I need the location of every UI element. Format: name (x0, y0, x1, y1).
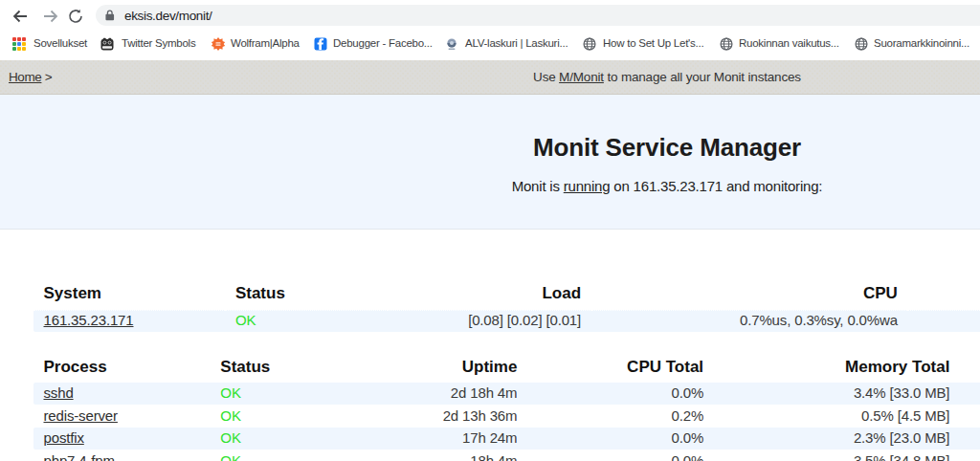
process-row: postfix OK 17h 24m 0.0% 2.3% [23.0 MB] (33, 428, 980, 450)
spacer-cell (960, 357, 980, 383)
process-status: OK (211, 405, 373, 427)
col-header-cpu: CPU (591, 283, 908, 311)
monitoring-summary: Monit is running on 161.35.23.171 and mo… (0, 178, 980, 194)
bookmark-alv-laskuri[interactable]: ALV-laskuri | Laskuri... (465, 33, 568, 60)
alv-laskuri-icon[interactable] (445, 37, 458, 51)
process-memory-total: 3.4% [33.0 MB] (714, 383, 960, 405)
bookmark-wolfram-alpha[interactable]: Wolfram|Alpha (231, 33, 300, 60)
process-memory-total: 2.3% [23.0 MB] (714, 428, 960, 450)
process-uptime: 18h 4m (373, 450, 527, 461)
spacer-cell (907, 283, 980, 311)
process-cpu-total: 0.2% (527, 405, 714, 427)
process-link[interactable]: redis-server (44, 407, 118, 424)
system-header-row: System Status Load CPU (33, 283, 980, 311)
lock-icon (105, 10, 115, 21)
col-header-system: System (33, 283, 225, 311)
process-row: redis-server OK 2d 13h 36m 0.2% 0.5% [4.… (33, 405, 980, 427)
url-bar[interactable] (96, 5, 980, 26)
process-memory-total: 3.5% [34.8 MB] (714, 450, 960, 461)
running-link[interactable]: running (564, 178, 611, 194)
forward-button[interactable] (37, 0, 64, 33)
monit-page: Home > Use M/Monit to manage all your Mo… (0, 60, 980, 461)
process-uptime: 2d 18h 4m (373, 383, 527, 405)
col-header-status: Status (211, 357, 373, 383)
spacer-cell (960, 450, 980, 461)
process-header-row: Process Status Uptime CPU Total Memory T… (33, 357, 980, 383)
spacer-cell (960, 405, 980, 427)
page-title: Monit Service Manager (0, 95, 980, 163)
process-table: Process Status Uptime CPU Total Memory T… (33, 357, 980, 461)
breadcrumb-bar: Home > Use M/Monit to manage all your Mo… (0, 60, 980, 95)
bookmark-ruokinnan[interactable]: Ruokinnan vaikutus... (739, 33, 839, 60)
url-text[interactable]: eksis.dev/monit/ (124, 0, 212, 33)
process-status: OK (211, 428, 373, 450)
bookmark-suoramarkkinointi[interactable]: Suoramarkkinoinni... (874, 33, 969, 60)
process-cpu-total: 0.0% (527, 450, 714, 461)
spacer-cell (960, 428, 980, 450)
process-row: sshd OK 2d 18h 4m 0.0% 3.4% [33.0 MB] (33, 383, 980, 405)
col-header-status: Status (225, 283, 388, 311)
back-button[interactable] (7, 0, 33, 33)
browser-toolbar: eksis.dev/monit/ (0, 0, 980, 33)
system-status: OK (225, 310, 388, 331)
bookmark-how-to-set-up[interactable]: How to Set Up Let's... (603, 33, 703, 60)
col-header-process: Process (33, 357, 211, 383)
system-row: 161.35.23.171 OK [0.08] [0.02] [0.01] 0.… (33, 310, 980, 331)
hero-section: Monit Service Manager Monit is running o… (0, 95, 980, 230)
col-header-load: Load (388, 283, 590, 311)
globe-icon[interactable] (720, 37, 733, 51)
system-cpu: 0.7%us, 0.3%sy, 0.0%wa (591, 310, 908, 331)
col-header-memory-total: Memory Total (714, 357, 960, 383)
bookmark-debugger-facebook[interactable]: Debugger - Facebo... (333, 33, 433, 60)
facebook-icon[interactable] (314, 37, 327, 51)
system-table: System Status Load CPU 161.35.23.171 OK … (33, 283, 980, 332)
wolfram-alpha-icon[interactable] (212, 37, 225, 51)
process-link[interactable]: php7.4-fpm (44, 452, 115, 461)
process-row: php7.4-fpm OK 18h 4m 0.0% 3.5% [34.8 MB] (33, 450, 980, 461)
process-cpu-total: 0.0% (527, 383, 714, 405)
reload-icon (68, 9, 84, 25)
bookmark-sovellukset[interactable]: Sovellukset (33, 33, 87, 60)
forward-icon (42, 8, 59, 25)
mmonit-note: Use M/Monit to manage all your Monit ins… (0, 60, 980, 94)
process-uptime: 17h 24m (373, 428, 527, 450)
process-status: OK (211, 383, 373, 405)
col-header-uptime: Uptime (373, 357, 527, 383)
globe-icon[interactable] (583, 37, 596, 51)
process-cpu-total: 0.0% (527, 428, 714, 450)
globe-icon[interactable] (855, 37, 868, 51)
process-uptime: 2d 13h 36m (373, 405, 527, 427)
process-memory-total: 0.5% [4.5 MB] (714, 405, 960, 427)
spacer-cell (960, 383, 980, 405)
back-icon (11, 8, 29, 25)
system-host-link[interactable]: 161.35.23.171 (44, 312, 134, 328)
bookmark-twitter-symbols[interactable]: Twitter Symbols (122, 33, 195, 60)
bookmarks-bar: Sovellukset Twitter Symbols Wolfram|Alph… (0, 33, 980, 60)
process-link[interactable]: sshd (44, 384, 74, 401)
process-link[interactable]: postfix (44, 429, 84, 446)
process-status: OK (211, 450, 373, 461)
reload-button[interactable] (62, 0, 89, 33)
col-header-cpu-total: CPU Total (527, 357, 714, 383)
apps-grid-icon[interactable] (12, 37, 26, 51)
spacer-cell (907, 310, 980, 331)
system-load: [0.08] [0.02] [0.01] (388, 310, 590, 331)
mmonit-link[interactable]: M/Monit (559, 70, 604, 84)
twitter-symbols-icon[interactable] (100, 37, 114, 51)
